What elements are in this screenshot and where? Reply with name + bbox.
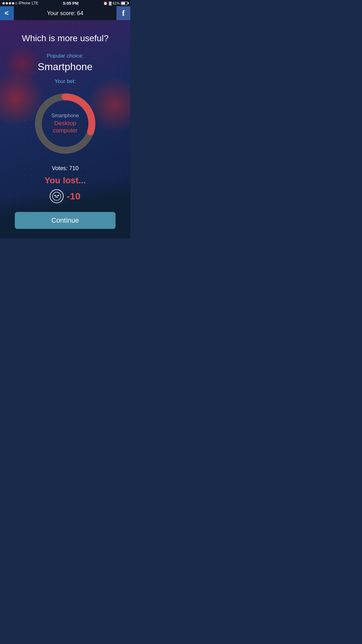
donut-bottom-label: Desktopcomputer — [53, 120, 77, 135]
facebook-icon: f — [122, 8, 125, 18]
dot-5 — [15, 2, 17, 4]
facebook-button[interactable]: f — [116, 6, 130, 20]
dot-3 — [9, 2, 11, 4]
result-text: You lost... — [44, 175, 86, 186]
your-bet-label: Your bet: — [54, 78, 76, 85]
alarm-icon: ⏰ — [103, 1, 108, 5]
back-button[interactable]: < — [0, 6, 14, 20]
battery-percent: 61% — [113, 1, 120, 5]
dot-2 — [6, 2, 8, 4]
continue-button[interactable]: Continue — [15, 212, 116, 229]
donut-center: Smartphone Desktopcomputer — [51, 113, 79, 135]
dot-1 — [3, 2, 5, 4]
svg-point-0 — [53, 192, 61, 200]
svg-point-1 — [55, 195, 56, 196]
donut-top-label: Smartphone — [51, 113, 79, 119]
back-chevron-icon: < — [5, 9, 9, 17]
mask-svg — [52, 192, 61, 201]
question-text: Which is more useful? — [15, 33, 115, 44]
donut-chart: Smartphone Desktopcomputer — [31, 89, 100, 158]
votes-text: Votes: 710 — [52, 165, 78, 172]
popular-answer: Smartphone — [38, 61, 93, 73]
status-bar: iPhone LTE 5:05 PM ⏰ ▓ 61% — [0, 0, 130, 6]
bg-blob-3 — [3, 45, 41, 83]
score-row: -10 — [50, 189, 80, 203]
status-time: 5:05 PM — [63, 1, 78, 6]
dot-4 — [12, 2, 14, 4]
popular-label: Popular choice: — [47, 53, 83, 59]
avatar-icon — [50, 189, 64, 203]
nav-bar: < Your score: 64 f — [0, 6, 130, 20]
signal-icon: ▓ — [109, 1, 111, 5]
score-label: Your score: 64 — [14, 10, 116, 17]
carrier-label: iPhone — [19, 1, 30, 5]
battery-fill — [122, 2, 125, 4]
status-left: iPhone LTE — [3, 1, 38, 5]
status-right: ⏰ ▓ 61% — [103, 1, 128, 5]
svg-point-2 — [58, 195, 59, 196]
main-content: Which is more useful? Popular choice: Sm… — [0, 20, 130, 238]
network-label: LTE — [31, 1, 38, 5]
score-change: -10 — [67, 191, 80, 202]
battery-tip — [128, 3, 129, 4]
battery-icon — [121, 2, 128, 5]
signal-dots — [3, 2, 17, 4]
